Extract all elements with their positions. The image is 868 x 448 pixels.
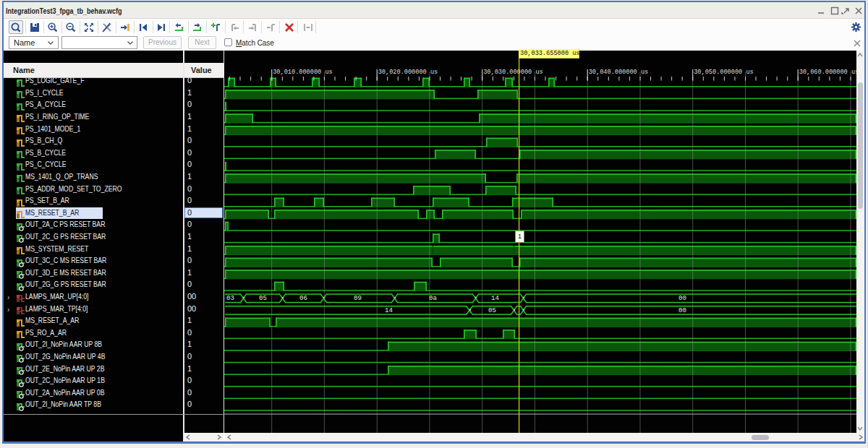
svg-text:0a: 0a <box>429 295 437 302</box>
svg-text:30,020.000000 us: 30,020.000000 us <box>378 69 438 76</box>
svg-text:30,060.000000 us: 30,060.000000 us <box>799 69 856 76</box>
svg-text:14: 14 <box>385 307 393 314</box>
svg-text:03: 03 <box>226 295 234 302</box>
svg-text:30,040.000000 us: 30,040.000000 us <box>589 69 649 76</box>
svg-text:30,010.000000 us: 30,010.000000 us <box>273 69 333 76</box>
svg-text:06: 06 <box>299 295 307 302</box>
svg-text:14: 14 <box>491 295 499 302</box>
svg-text:09: 09 <box>354 295 362 302</box>
svg-text:30,030.000000 us: 30,030.000000 us <box>483 69 543 76</box>
svg-text:05: 05 <box>488 307 496 314</box>
svg-text:00: 00 <box>678 307 686 314</box>
svg-text:00: 00 <box>678 295 686 302</box>
svg-text:30,050.000000 us: 30,050.000000 us <box>694 69 754 76</box>
svg-text:05: 05 <box>259 295 267 302</box>
